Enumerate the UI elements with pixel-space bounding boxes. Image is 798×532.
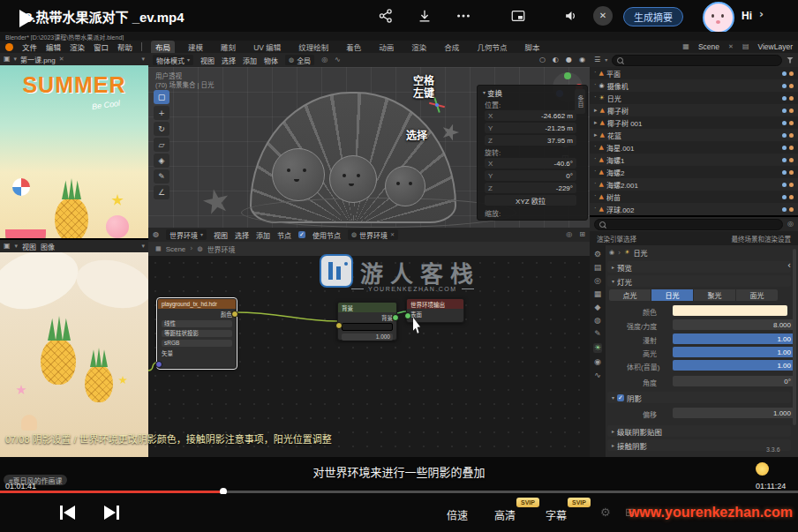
- render-visibility-icon[interactable]: [789, 71, 794, 76]
- menu-help[interactable]: 帮助: [117, 41, 132, 52]
- orientation-dropdown[interactable]: 全局: [285, 55, 314, 65]
- menu-window[interactable]: 窗口: [94, 41, 109, 52]
- workspace-tab-scripting[interactable]: 脚本: [520, 41, 544, 53]
- outliner-row-camera[interactable]: 摄像机: [590, 79, 798, 92]
- more-icon[interactable]: [455, 8, 471, 24]
- render-visibility-icon[interactable]: [789, 183, 794, 187]
- properties-tab-viewlayer-icon[interactable]: [594, 290, 602, 298]
- viewport-visibility-icon[interactable]: [782, 84, 787, 88]
- menu-file[interactable]: 文件: [22, 41, 37, 52]
- color-output-socket[interactable]: [231, 311, 238, 318]
- location-x-field[interactable]: X-24.662 m: [485, 110, 576, 121]
- angle-field[interactable]: 0°: [673, 376, 794, 386]
- scene-selector[interactable]: Scene: [698, 42, 719, 51]
- render-visibility-icon[interactable]: [789, 195, 794, 199]
- volume-slider[interactable]: 1.00: [673, 360, 794, 371]
- menu-object[interactable]: 物体: [264, 56, 278, 65]
- outliner-row-palm2[interactable]: 椰子树 001: [590, 116, 798, 129]
- interpolation-dropdown[interactable]: 线性: [162, 320, 232, 327]
- colorspace-dropdown[interactable]: sRGB: [162, 340, 232, 347]
- render-visibility-icon[interactable]: [789, 121, 794, 125]
- viewport-visibility-icon[interactable]: [782, 121, 787, 125]
- generate-summary-button[interactable]: 生成摘要: [623, 7, 683, 26]
- viewport-visibility-icon[interactable]: [782, 96, 787, 101]
- render-visibility-icon[interactable]: [789, 207, 794, 212]
- panel-caret-icon[interactable]: [483, 90, 486, 95]
- outliner-search-input[interactable]: [612, 55, 782, 66]
- annotate-tool-icon[interactable]: [154, 169, 169, 184]
- light-type-spot[interactable]: 聚光: [694, 289, 735, 301]
- expand-icon[interactable]: [594, 120, 598, 126]
- menu-view[interactable]: 视图: [214, 230, 228, 240]
- location-y-field[interactable]: Y-21.25 m: [485, 123, 576, 133]
- chevron-right-icon[interactable]: [759, 9, 764, 19]
- close-button[interactable]: [593, 6, 613, 26]
- subtitles-button[interactable]: 字幕: [546, 507, 567, 522]
- measure-tool-icon[interactable]: [154, 185, 169, 199]
- workspace-tab-sculpt[interactable]: 雕刻: [216, 41, 240, 53]
- render-visibility-icon[interactable]: [789, 109, 794, 113]
- viewport-visibility-icon[interactable]: [782, 158, 787, 162]
- unlink-image-icon[interactable]: [59, 56, 64, 63]
- viewport-visibility-icon[interactable]: [782, 170, 787, 175]
- play-button[interactable]: [19, 10, 34, 27]
- cascade-panel-header[interactable]: 级联阴影贴图: [607, 425, 791, 437]
- proportional-edit-icon[interactable]: [335, 56, 341, 64]
- share-icon[interactable]: [378, 8, 394, 24]
- snapping-icon[interactable]: [579, 231, 585, 238]
- properties-tab-tool-icon[interactable]: [594, 251, 601, 259]
- header-menu-caret-icon[interactable]: [141, 244, 145, 250]
- light-panel-header[interactable]: 灯光: [607, 275, 791, 287]
- projection-dropdown[interactable]: 等距柱状投影: [162, 330, 232, 337]
- strength-field[interactable]: 8.000: [673, 319, 794, 330]
- editor-type-caret-icon[interactable]: [15, 244, 19, 250]
- workspace-tab-shading[interactable]: 着色: [342, 41, 365, 53]
- scene-clear-icon[interactable]: [728, 44, 734, 50]
- workspace-tab-geonodes[interactable]: 几何节点: [472, 41, 511, 53]
- header-menu-caret-icon[interactable]: [141, 56, 145, 63]
- outliner-row-conch3[interactable]: 海螺2.001: [590, 178, 798, 191]
- use-nodes-checkbox[interactable]: [298, 231, 305, 238]
- menu-edit[interactable]: 编辑: [46, 41, 61, 52]
- rotation-y-field[interactable]: Y0°: [485, 170, 576, 181]
- diffuse-slider[interactable]: 1.00: [673, 333, 794, 344]
- render-visibility-icon[interactable]: [789, 146, 794, 150]
- progress-bar[interactable]: [0, 491, 798, 493]
- preview-panel-header[interactable]: 预览: [607, 261, 791, 273]
- menu-view[interactable]: 视图: [22, 242, 36, 251]
- shading-material-icon[interactable]: [566, 56, 572, 64]
- snap-icon[interactable]: [321, 56, 327, 64]
- properties-tab-constraints-icon[interactable]: [594, 371, 601, 379]
- viewport-visibility-icon[interactable]: [782, 133, 787, 138]
- viewport-visibility-icon[interactable]: [782, 195, 787, 199]
- properties-tab-render-icon[interactable]: [594, 264, 602, 272]
- light-type-area[interactable]: 面光: [736, 289, 778, 301]
- sound-icon[interactable]: [563, 8, 579, 24]
- workspace-tab-animation[interactable]: 动画: [374, 41, 398, 53]
- editor-type-caret-icon[interactable]: [14, 56, 18, 63]
- outliner-row-starfish[interactable]: 海星.001: [590, 141, 798, 154]
- mode-dropdown[interactable]: 物体模式: [153, 55, 193, 65]
- previous-button[interactable]: [60, 506, 75, 520]
- menu-image[interactable]: 图像: [41, 242, 55, 251]
- viewport-visibility-icon[interactable]: [782, 183, 787, 187]
- rotation-x-field[interactable]: X-40.6°: [485, 158, 576, 169]
- workspace-tab-uv[interactable]: UV 编辑: [249, 41, 285, 53]
- pin-icon[interactable]: [566, 231, 572, 238]
- outliner-row-palm[interactable]: 椰子树: [590, 104, 798, 116]
- menu-render[interactable]: 渲染: [70, 41, 85, 52]
- quality-button[interactable]: 高清: [494, 507, 516, 522]
- background-output-socket[interactable]: [392, 314, 399, 321]
- caret-down-icon[interactable]: [605, 57, 607, 63]
- menu-select[interactable]: 选择: [235, 230, 249, 240]
- render-visibility-icon[interactable]: [789, 170, 794, 175]
- viewport-visibility-icon[interactable]: [782, 146, 787, 150]
- download-icon[interactable]: [417, 8, 433, 24]
- background-color-swatch[interactable]: [342, 323, 393, 331]
- outliner-row-plane[interactable]: 平面: [590, 67, 798, 79]
- properties-tab-output-icon[interactable]: [594, 277, 601, 285]
- render-visibility-icon[interactable]: [789, 158, 794, 162]
- speed-button[interactable]: 倍速: [447, 507, 468, 522]
- scale-tool-icon[interactable]: [154, 138, 169, 152]
- select-box-tool-icon[interactable]: [154, 90, 169, 104]
